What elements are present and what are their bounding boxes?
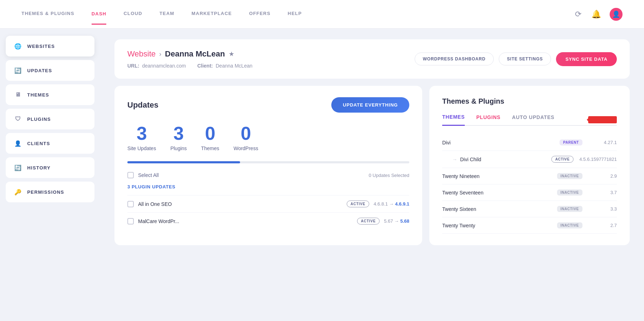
breadcrumb-parent[interactable]: Website: [127, 49, 156, 59]
person-icon: 👤: [14, 139, 22, 147]
theme-badge-2: INACTIVE: [557, 173, 582, 179]
sidebar-item-clients-label: CLIENTS: [27, 141, 50, 146]
main-layout: 🌐 WEBSITES 🔄 UPDATES 🖥 THEMES 🛡 PLUGINS …: [0, 29, 644, 300]
client-label: Client: Deanna McLean: [197, 63, 252, 69]
sidebar-item-themes[interactable]: 🖥 THEMES: [6, 84, 94, 105]
plugin-version-1: 5.67 → 5.68: [384, 218, 409, 224]
user-avatar[interactable]: 👤: [610, 8, 623, 21]
url-label: URL: deannamclean.com: [127, 63, 186, 69]
stat-plugins: 3 Plugins: [170, 124, 187, 151]
theme-version-3: 3.7: [588, 190, 617, 195]
refresh-icon: 🔄: [14, 66, 22, 74]
user-icon: 👤: [612, 10, 620, 18]
refresh-icon[interactable]: ⟳: [574, 8, 583, 20]
client-value: Deanna McLean: [216, 63, 253, 69]
update-everything-button[interactable]: UPDATE EVERYTHING: [331, 97, 409, 113]
select-all-label[interactable]: Select All: [138, 172, 159, 178]
list-item: Twenty Sixteen INACTIVE 3.3: [442, 201, 617, 217]
nav-themes-plugins[interactable]: THEMES & PLUGINS: [21, 11, 74, 18]
table-row: MalCare WordPr... ACTIVE 5.67 → 5.68: [127, 212, 409, 229]
history-icon: 🔄: [14, 164, 22, 172]
theme-badge-1: ACTIVE: [551, 156, 574, 163]
stat-themes-number: 0: [201, 124, 219, 143]
stat-plugins-label: Plugins: [170, 145, 187, 151]
theme-version-0: 4.27.1: [588, 140, 617, 145]
nav-cloud[interactable]: CLOUD: [123, 11, 142, 18]
breadcrumb-child: Deanna McLean: [165, 49, 225, 59]
breadcrumb: Website › Deanna McLean ★: [127, 49, 253, 59]
nav-right: ⟳ 🔔 👤: [574, 8, 623, 21]
select-all-row: Select All 0 Updates Selected: [127, 172, 409, 178]
nav-offers[interactable]: OFFERS: [249, 11, 270, 18]
sidebar-item-updates-label: UPDATES: [27, 68, 52, 73]
breadcrumb-arrow: ›: [159, 50, 161, 58]
sidebar: 🌐 WEBSITES 🔄 UPDATES 🖥 THEMES 🛡 PLUGINS …: [0, 29, 100, 300]
sidebar-item-history-label: HISTORY: [27, 165, 50, 171]
nav-help[interactable]: HELP: [288, 11, 302, 18]
site-settings-button[interactable]: SITE SETTINGS: [499, 53, 551, 65]
wordpress-dashboard-button[interactable]: WORDPRESS DASHBOARD: [415, 53, 494, 65]
theme-name-4: Twenty Sixteen: [442, 206, 557, 212]
list-item: Twenty Twenty INACTIVE 2.7: [442, 217, 617, 234]
stat-themes: 0 Themes: [201, 124, 219, 151]
stat-site-updates-number: 3: [127, 124, 156, 143]
updates-count: 0 Updates Selected: [369, 173, 409, 178]
updates-title: Updates: [127, 100, 158, 110]
theme-version-4: 3.3: [588, 206, 617, 212]
plugin-updates-label: 3 PLUGIN UPDATES: [127, 184, 409, 189]
list-item: Divi PARENT 4.27.1: [442, 134, 617, 151]
red-arrow-icon: [588, 116, 617, 123]
progress-bar-fill: [127, 161, 240, 163]
tab-themes[interactable]: THEMES: [442, 114, 465, 126]
theme-name-0: Divi: [442, 140, 560, 145]
progress-bar: [127, 161, 409, 163]
plugin-checkbox-0[interactable]: [127, 201, 134, 207]
stat-wordpress: 0 WordPress: [234, 124, 258, 151]
sidebar-item-updates[interactable]: 🔄 UPDATES: [6, 60, 94, 81]
stat-wordpress-number: 0: [234, 124, 258, 143]
tab-plugins[interactable]: PLUGINS: [476, 114, 501, 125]
stat-plugins-number: 3: [170, 124, 187, 143]
stats-row: 3 Site Updates 3 Plugins 0 Themes 0 Word…: [127, 124, 409, 151]
plugin-name-1: MalCare WordPr...: [138, 218, 353, 224]
table-row: All in One SEO ACTIVE 4.6.8.1 → 4.6.9.1: [127, 195, 409, 212]
shield-icon: 🛡: [14, 115, 22, 123]
sidebar-item-clients[interactable]: 👤 CLIENTS: [6, 133, 94, 154]
sidebar-item-plugins-label: PLUGINS: [27, 117, 51, 122]
plugin-badge-0: ACTIVE: [347, 201, 369, 207]
plugin-checkbox-1[interactable]: [127, 218, 134, 224]
list-item: → Divi Child ACTIVE 4.5.6.1597771821: [442, 151, 617, 168]
theme-badge-3: INACTIVE: [557, 189, 582, 196]
page-meta: URL: deannamclean.com Client: Deanna McL…: [127, 63, 253, 69]
notification-icon[interactable]: 🔔: [590, 8, 602, 20]
sidebar-item-websites-label: WEBSITES: [27, 44, 55, 49]
stat-wordpress-label: WordPress: [234, 145, 258, 151]
sidebar-item-history[interactable]: 🔄 HISTORY: [6, 157, 94, 178]
page-header-right: WORDPRESS DASHBOARD SITE SETTINGS SYNC S…: [415, 52, 617, 66]
sync-site-data-button[interactable]: SYNC SITE DATA: [556, 52, 617, 66]
tab-auto-updates[interactable]: AUTO UPDATES: [512, 114, 555, 125]
sidebar-item-themes-label: THEMES: [27, 92, 49, 98]
indent-arrow-icon: →: [452, 157, 457, 162]
plugin-version-0: 4.6.8.1 → 4.6.9.1: [374, 201, 409, 207]
favorite-star-icon[interactable]: ★: [229, 50, 234, 58]
page-header-left: Website › Deanna McLean ★ URL: deannamcl…: [127, 49, 253, 69]
monitor-icon: 🖥: [14, 91, 22, 99]
nav-marketplace[interactable]: MARKETPLACE: [191, 11, 232, 18]
plugin-badge-1: ACTIVE: [357, 218, 380, 224]
themes-plugins-panel: Themes & Plugins THEMES PLUGINS AUTO UPD…: [429, 86, 630, 245]
select-all-checkbox[interactable]: [127, 172, 134, 178]
theme-name-5: Twenty Twenty: [442, 223, 557, 228]
updates-panel: Updates UPDATE EVERYTHING 3 Site Updates…: [114, 86, 422, 245]
nav-dash[interactable]: DASH: [92, 11, 107, 25]
nav-team[interactable]: TEAM: [160, 11, 175, 18]
theme-badge-0: PARENT: [560, 139, 582, 145]
theme-version-5: 2.7: [588, 223, 617, 228]
arrow-indicator: [588, 116, 617, 123]
sidebar-item-plugins[interactable]: 🛡 PLUGINS: [6, 109, 94, 129]
sidebar-item-permissions[interactable]: 🔑 PERMISSIONS: [6, 182, 94, 202]
sidebar-item-websites[interactable]: 🌐 WEBSITES: [6, 36, 94, 56]
theme-name-3: Twenty Seventeen: [442, 190, 557, 196]
theme-name-1: → Divi Child: [442, 157, 551, 162]
theme-name-2: Twenty Nineteen: [442, 173, 557, 179]
